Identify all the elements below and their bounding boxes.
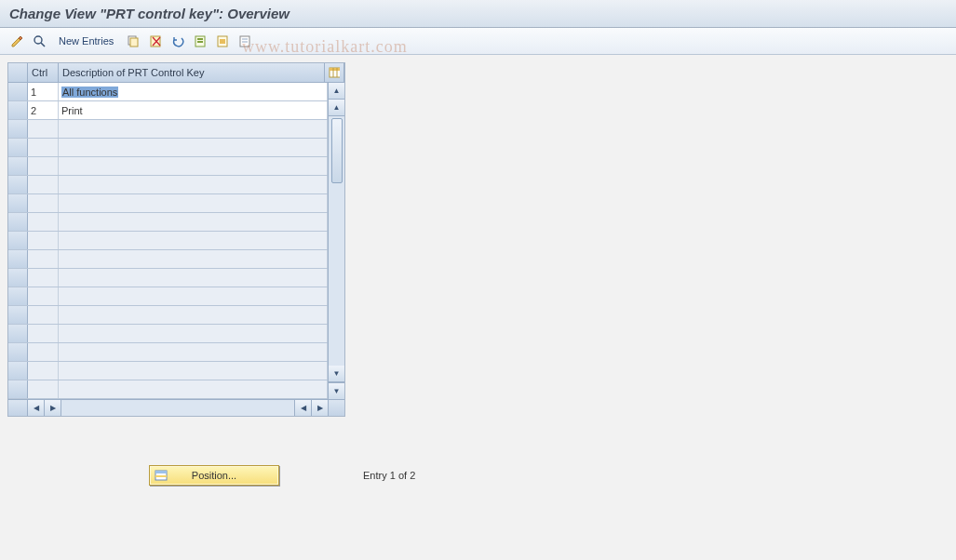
select-all-icon[interactable]	[191, 32, 209, 50]
cell-desc[interactable]	[59, 139, 328, 156]
scroll-left-icon-2[interactable]: ▶	[45, 400, 61, 416]
svg-rect-7	[197, 41, 203, 43]
hscroll-corner-left	[8, 400, 28, 416]
cell-ctrl[interactable]	[28, 269, 59, 287]
hscroll-track[interactable]	[61, 400, 294, 416]
row-selector[interactable]	[8, 101, 28, 119]
row-selector[interactable]	[8, 287, 28, 305]
table-row	[8, 325, 328, 343]
table-row	[8, 139, 328, 157]
cell-desc[interactable]	[59, 362, 328, 380]
cell-desc[interactable]	[59, 269, 328, 287]
cell-desc[interactable]	[59, 380, 328, 398]
cell-ctrl[interactable]	[28, 232, 59, 249]
cell-ctrl[interactable]	[28, 194, 59, 212]
scroll-up-icon-2[interactable]: ▲	[329, 100, 344, 116]
row-selector[interactable]	[8, 306, 28, 324]
cell-ctrl[interactable]	[28, 306, 59, 324]
table-row	[8, 250, 328, 269]
cell-ctrl[interactable]	[28, 157, 59, 175]
grid-header: Ctrl Description of PRT Control Key	[8, 63, 344, 83]
cell-desc[interactable]	[59, 120, 328, 138]
row-selector[interactable]	[8, 380, 28, 398]
horizontal-scrollbar[interactable]: ◀ ▶ ◀ ▶	[8, 399, 344, 416]
row-selector[interactable]	[8, 325, 28, 342]
details-icon[interactable]	[30, 32, 48, 50]
table-row	[8, 194, 328, 213]
cell-ctrl[interactable]	[28, 325, 59, 342]
copy-icon[interactable]	[124, 32, 142, 50]
cell-desc[interactable]: All functions	[59, 83, 328, 100]
new-entries-button[interactable]: New Entries	[52, 32, 120, 50]
cell-desc[interactable]	[59, 343, 328, 361]
position-icon	[155, 469, 168, 482]
delete-icon[interactable]	[146, 32, 165, 50]
scroll-down-icon-2[interactable]: ▼	[329, 366, 344, 382]
cell-desc[interactable]	[59, 232, 328, 249]
page-title: Change View "PRT control key": Overview	[9, 6, 289, 21]
cell-desc[interactable]	[59, 250, 328, 268]
title-bar: Change View "PRT control key": Overview	[0, 0, 956, 28]
cell-desc[interactable]	[59, 157, 328, 175]
cell-desc[interactable]	[59, 287, 328, 305]
row-selector[interactable]	[8, 343, 28, 361]
scroll-up-icon[interactable]: ▲	[329, 83, 344, 100]
cell-desc[interactable]: Print	[59, 101, 328, 119]
cell-ctrl[interactable]	[28, 120, 59, 138]
cell-desc[interactable]	[59, 306, 328, 324]
row-selector[interactable]	[8, 176, 28, 193]
column-header-ctrl[interactable]: Ctrl	[28, 63, 59, 82]
table-row	[8, 362, 328, 380]
cell-ctrl[interactable]: 2	[28, 101, 59, 119]
configure-columns-icon[interactable]	[325, 63, 344, 82]
cell-desc[interactable]	[59, 213, 328, 231]
row-selector[interactable]	[8, 83, 28, 100]
svg-rect-14	[330, 68, 340, 71]
scroll-right-icon[interactable]: ▶	[311, 400, 328, 416]
svg-rect-6	[197, 38, 203, 40]
cell-desc[interactable]	[59, 194, 328, 212]
cell-ctrl[interactable]: 1	[28, 83, 59, 100]
svg-rect-19	[155, 475, 167, 477]
deselect-all-icon[interactable]	[236, 32, 254, 50]
table-row	[8, 120, 328, 139]
table-row	[8, 157, 328, 176]
cell-ctrl[interactable]	[28, 343, 59, 361]
row-selector[interactable]	[8, 139, 28, 156]
cell-ctrl[interactable]	[28, 362, 59, 380]
row-selector[interactable]	[8, 157, 28, 175]
svg-point-0	[34, 36, 42, 44]
row-selector[interactable]	[8, 269, 28, 287]
cell-ctrl[interactable]	[28, 287, 59, 305]
select-all-header[interactable]	[8, 63, 28, 82]
scroll-track[interactable]	[329, 116, 344, 366]
select-block-icon[interactable]	[213, 32, 232, 50]
scroll-down-icon[interactable]: ▼	[329, 382, 344, 399]
scroll-right-icon-2[interactable]: ◀	[294, 400, 311, 416]
entry-status: Entry 1 of 2	[363, 470, 415, 481]
cell-ctrl[interactable]	[28, 250, 59, 268]
table-row	[8, 380, 328, 399]
table-row	[8, 306, 328, 325]
row-selector[interactable]	[8, 362, 28, 380]
column-header-desc[interactable]: Description of PRT Control Key	[59, 63, 325, 82]
undo-icon[interactable]	[168, 32, 187, 50]
row-selector[interactable]	[8, 120, 28, 138]
cell-desc[interactable]	[59, 176, 328, 193]
row-selector[interactable]	[8, 194, 28, 212]
scroll-left-icon[interactable]: ◀	[28, 400, 45, 416]
row-selector[interactable]	[8, 213, 28, 231]
position-button[interactable]: Position...	[149, 465, 279, 486]
cell-ctrl[interactable]	[28, 139, 59, 156]
cell-ctrl[interactable]	[28, 380, 59, 398]
row-selector[interactable]	[8, 232, 28, 249]
scroll-thumb[interactable]	[331, 118, 343, 183]
vertical-scrollbar[interactable]: ▲ ▲ ▼ ▼	[328, 83, 344, 399]
table-row	[8, 287, 328, 306]
display-change-toggle-icon[interactable]	[7, 32, 26, 50]
cell-ctrl[interactable]	[28, 176, 59, 193]
cell-ctrl[interactable]	[28, 213, 59, 231]
row-selector[interactable]	[8, 250, 28, 268]
cell-desc[interactable]	[59, 325, 328, 342]
svg-rect-3	[130, 38, 138, 47]
